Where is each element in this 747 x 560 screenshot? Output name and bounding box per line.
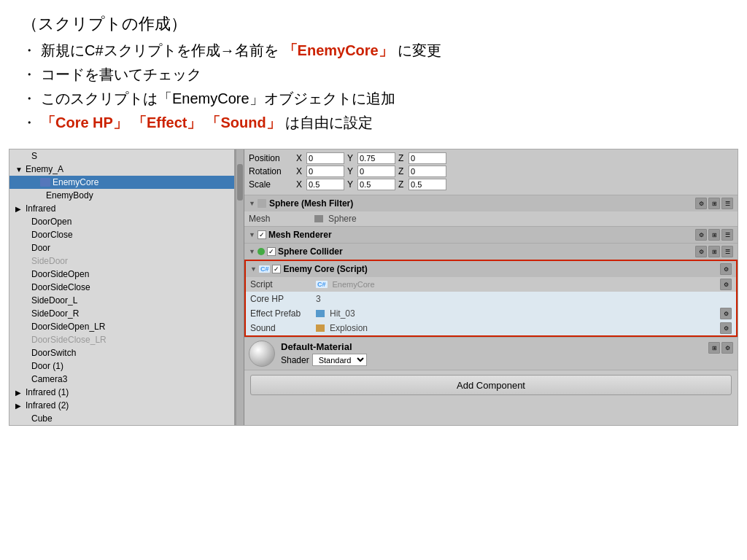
rotation-z-axis: Z: [398, 166, 446, 177]
rotation-y-input[interactable]: [357, 166, 395, 177]
hierarchy-panel: S ▼ Enemy_A EnemyCore EnemyBody ▶ Infrar…: [9, 149, 236, 425]
mesh-renderer-checkbox[interactable]: ✓: [258, 230, 266, 239]
hierarchy-item-enemycore[interactable]: EnemyCore: [9, 176, 234, 189]
hierarchy-item-label: SideDoor: [31, 256, 68, 266]
component-expand-icon[interactable]: ⊞: [708, 246, 720, 257]
position-y-input[interactable]: [357, 152, 395, 164]
scale-x-axis: X: [296, 179, 344, 190]
inspector-panel: Position X Y Z Rotation X: [244, 149, 738, 425]
effect-prefab-label: Effect Prefab: [250, 308, 316, 319]
hierarchy-item[interactable]: DoorSwitch: [9, 346, 234, 359]
core-hp-value: 3: [316, 294, 732, 304]
material-section: Default-Material Shader Standard ⊞ ⚙: [244, 337, 738, 370]
material-shader-row: Shader Standard: [281, 354, 708, 366]
position-x-input[interactable]: [306, 152, 344, 164]
sphere-collider-title: Sphere Collider: [278, 246, 695, 257]
hierarchy-item[interactable]: Door (1): [9, 359, 234, 373]
hierarchy-item-label: Door: [31, 243, 50, 253]
position-z-input[interactable]: [409, 152, 446, 164]
effect-settings-icon[interactable]: ⚙: [720, 308, 732, 319]
hierarchy-item[interactable]: Camera3: [9, 373, 234, 386]
hierarchy-item[interactable]: ▶ Infrared: [9, 202, 234, 215]
hierarchy-item[interactable]: SideDoor: [9, 254, 234, 268]
green-dot-icon: [258, 248, 265, 255]
material-info: Default-Material Shader Standard: [281, 341, 708, 366]
hierarchy-item[interactable]: EnemyBody: [9, 189, 234, 202]
collider-checkbox[interactable]: ✓: [267, 247, 276, 256]
hierarchy-item-label: Camera3: [31, 374, 67, 384]
scale-y-axis: Y: [347, 179, 395, 190]
shader-select[interactable]: Standard: [312, 354, 367, 366]
arrow-icon: ▶: [15, 205, 26, 213]
component-expand-icon[interactable]: ⊞: [708, 198, 720, 209]
core-hp-number: 3: [316, 294, 321, 304]
hierarchy-item[interactable]: SideDoor_R: [9, 307, 234, 320]
hierarchy-item-label: DoorSideOpen_LR: [31, 322, 105, 332]
material-copy-icon[interactable]: ⊞: [708, 342, 720, 354]
mesh-renderer-header: ▼ ✓ Mesh Renderer ⚙ ⊞ ☰: [244, 227, 738, 243]
sound-settings-icon[interactable]: ⚙: [720, 322, 732, 334]
rotation-x-input[interactable]: [306, 166, 344, 177]
hierarchy-item[interactable]: DoorSideClose_LR: [9, 333, 234, 346]
component-menu-icon[interactable]: ☰: [721, 229, 733, 241]
hierarchy-item[interactable]: DoorClose: [9, 228, 234, 241]
hierarchy-item[interactable]: DoorSideClose: [9, 281, 234, 294]
hierarchy-item-label: Cube: [31, 413, 53, 424]
hierarchy-item[interactable]: S: [9, 149, 234, 163]
hierarchy-item[interactable]: Cube: [9, 412, 234, 425]
scale-row: Scale X Y Z: [249, 179, 733, 190]
hierarchy-item[interactable]: DoorSideOpen: [9, 268, 234, 281]
component-settings-icon[interactable]: ⚙: [695, 246, 707, 257]
scrollbar-thumb[interactable]: [237, 164, 243, 201]
hierarchy-item-label: DoorSideClose: [31, 282, 90, 292]
core-hp-row: Core HP 3: [246, 292, 736, 306]
editor-panels: S ▼ Enemy_A EnemyCore EnemyBody ▶ Infrar…: [9, 149, 738, 426]
hierarchy-item-label: DoorSideClose_LR: [31, 335, 107, 345]
hierarchy-item[interactable]: ▶ Infrared (2): [9, 399, 234, 412]
highlight-enemycore-1: 「EnemyCore」: [283, 41, 393, 61]
hierarchy-item[interactable]: ▶ Infrared (1): [9, 386, 234, 399]
script-checkbox[interactable]: ✓: [272, 265, 281, 273]
hierarchy-item[interactable]: Door: [9, 241, 234, 254]
position-y-axis: Y: [347, 152, 395, 164]
scale-z-axis: Z: [398, 179, 446, 190]
section-heading: （スクリプトの作成）: [22, 13, 725, 35]
scale-y-input[interactable]: [357, 179, 395, 190]
script-settings-icon[interactable]: ⚙: [720, 279, 732, 290]
position-row: Position X Y Z: [249, 152, 733, 164]
rotation-row: Rotation X Y Z: [249, 166, 733, 177]
rotation-z-input[interactable]: [409, 166, 446, 177]
hierarchy-item[interactable]: SideDoor_L: [9, 294, 234, 307]
hierarchy-item[interactable]: DoorSideOpen_LR: [9, 320, 234, 333]
scale-x-input[interactable]: [306, 179, 344, 190]
material-settings-icon[interactable]: ⚙: [721, 342, 733, 354]
sound-label: Sound: [250, 323, 316, 333]
script-value: C# EnemyCore: [316, 280, 719, 289]
component-menu-icon[interactable]: ☰: [721, 198, 733, 209]
hierarchy-item[interactable]: ▼ Enemy_A: [9, 163, 234, 176]
fold-arrow-icon: ▼: [249, 248, 255, 255]
highlight-sound: 「Sound」: [206, 113, 280, 133]
add-component-button[interactable]: Add Component: [250, 375, 732, 395]
fold-arrow-icon: ▼: [249, 200, 255, 207]
hierarchy-item-label: DoorSwitch: [31, 348, 76, 358]
scale-z-input[interactable]: [409, 179, 446, 190]
position-label: Position: [249, 153, 296, 163]
bullet-3: ・ このスクリプトは「EnemyCore」オブジェクトに追加: [22, 89, 725, 109]
script-label: Script: [250, 279, 316, 289]
hierarchy-item-label: Infrared: [26, 203, 55, 214]
component-expand-icon[interactable]: ⊞: [708, 229, 720, 241]
arrow-icon: ▶: [15, 389, 26, 397]
hierarchy-item[interactable]: DoorOpen: [9, 215, 234, 228]
component-menu-icon[interactable]: ☰: [721, 246, 733, 257]
bullet-1: ・ 新規にC#スクリプトを作成→名前を 「EnemyCore」 に変更: [22, 41, 725, 61]
position-x-axis: X: [296, 152, 344, 164]
component-settings-icon[interactable]: ⚙: [695, 198, 707, 209]
cs-icon: C#: [259, 265, 271, 273]
component-settings-icon[interactable]: ⚙: [720, 263, 732, 275]
mesh-value: Sphere: [314, 214, 733, 224]
hierarchy-item-label: DoorOpen: [31, 217, 71, 227]
hierarchy-scrollbar[interactable]: [236, 149, 244, 425]
component-settings-icon[interactable]: ⚙: [695, 229, 707, 241]
hierarchy-item-label: DoorSideOpen: [31, 269, 89, 279]
